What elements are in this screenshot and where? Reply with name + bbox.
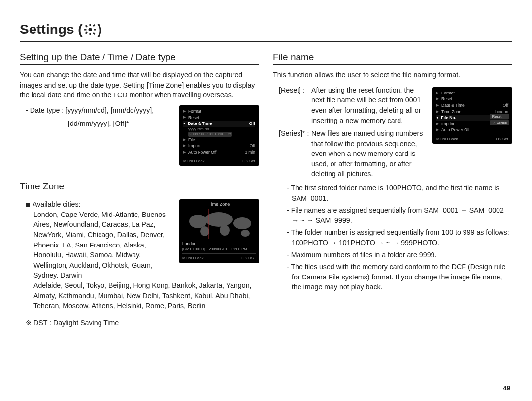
bullet-2: - File names are assigned sequentially f… [287,205,512,225]
svg-rect-8 [85,32,87,34]
worldmap-time: 01:00 PM [231,247,247,252]
worldmap-title: Time Zone [182,201,256,208]
lcd-option-series: ✓ Series [490,120,509,125]
cities-list-b: Adelaide, Seoul, Tokyo, Beijing, Hong Ko… [33,280,259,311]
series-def-body: New files are named using numbers that f… [311,128,428,179]
lcd-screenshot-time-zone: Time Zone London [179,199,259,263]
svg-point-13 [200,226,209,236]
page-title-prefix: Settings ( [20,20,83,40]
column-right: File name This function allows the user … [273,50,512,328]
svg-rect-5 [85,25,87,28]
svg-rect-7 [93,24,95,27]
page-number: 49 [503,384,510,393]
dst-note: ※DST : Daylight Saving Time [26,318,259,328]
note-marker-icon: ※ [26,319,32,327]
date-time-intro: You can change the date and time that wi… [20,70,259,100]
page-title: Settings ( ) [20,20,512,42]
heading-date-time: Setting up the Date / Time / Date type [20,50,259,65]
svg-point-0 [88,28,92,31]
worldmap-date: 2009/08/01 [209,247,228,252]
svg-rect-6 [93,32,95,35]
svg-point-12 [233,217,251,229]
file-name-intro: This function allows the user to select … [273,70,512,80]
svg-rect-4 [94,29,96,31]
svg-point-10 [189,215,207,228]
heading-time-zone: Time Zone [20,180,259,195]
svg-point-15 [241,230,250,237]
heading-file-name: File name [273,50,512,65]
worldmap-city: London [182,241,256,247]
svg-point-14 [220,225,230,236]
reset-def-body: After using the reset function, the next… [311,85,428,125]
page-title-suffix: ) [98,20,102,40]
svg-rect-1 [89,24,91,26]
lcd-screenshot-file-no: ▶Format ▶Reset ▶Date & TimeOff ▶Time Zon… [432,87,512,144]
lcd-screenshot-date-time: ▶Format ▶Reset ●Date & TimeOff yyyy mm d… [179,105,259,166]
reset-def-label: [Reset] : [279,85,311,125]
column-left: Setting up the Date / Time / Date type Y… [20,50,259,328]
series-def-label: [Series]* : [279,128,311,179]
square-bullet-icon [26,203,30,207]
bullet-4: - Maximum numbers of files in a folder a… [287,250,512,260]
svg-rect-2 [89,33,91,35]
worldmap-gmt: [GMT +00:00] [182,247,205,252]
svg-rect-3 [84,29,86,31]
lcd-option-reset: Reset [490,114,509,119]
gear-icon [84,23,97,36]
bullet-1: - The first stored folder name is 100PHO… [287,183,512,203]
bullet-3: - The folder number is assigned sequenti… [287,227,512,247]
bullet-5: - The files used with the memory card co… [287,262,512,292]
